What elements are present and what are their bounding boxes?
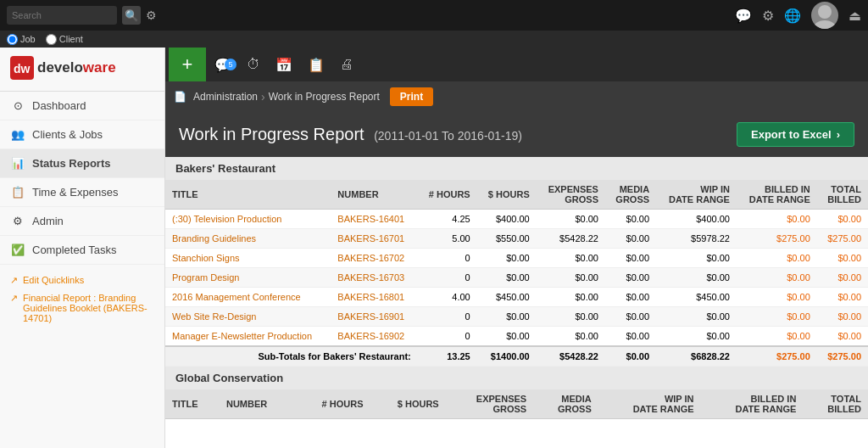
col2-hours: # HOURS — [294, 389, 370, 419]
notification-icon[interactable]: 💬 5 — [208, 57, 238, 73]
row-exp-gross: $0.00 — [537, 288, 605, 307]
subtotal-hours: 13.25 — [418, 346, 477, 367]
row-total: $0.00 — [817, 268, 868, 288]
row-hours: 5.00 — [418, 229, 477, 249]
row-number[interactable]: BAKERS-16801 — [331, 288, 417, 307]
col2-total: TOTALBILLED — [803, 389, 868, 419]
row-billed: $0.00 — [737, 210, 817, 229]
table-header-row-2: TITLE NUMBER # HOURS $ HOURS EXPENSESGRO… — [165, 389, 868, 419]
edit-quicklinks[interactable]: ↗ Edit Quicklinks — [10, 272, 154, 289]
row-number[interactable]: BAKERS-16701 — [331, 229, 417, 249]
quicklink-arrow-icon: ↗ — [10, 293, 18, 304]
filter-button[interactable]: ⚙ — [146, 8, 157, 22]
row-exp-gross: $0.00 — [537, 210, 605, 229]
radio-job-label[interactable]: Job — [7, 34, 36, 45]
row-title[interactable]: Web Site Re-Design — [165, 307, 331, 327]
row-billed: $0.00 — [737, 327, 817, 347]
row-hours: 0 — [418, 307, 477, 327]
row-media-gross: $0.00 — [605, 210, 656, 229]
row-title[interactable]: 2016 Management Conference — [165, 288, 331, 307]
chat-icon[interactable]: 💬 — [735, 8, 752, 24]
row-media-gross: $0.00 — [605, 229, 656, 249]
subtotal-billed: $275.00 — [737, 346, 817, 367]
sidebar-item-time-expenses[interactable]: 📋 Time & Expenses — [0, 178, 164, 207]
row-number[interactable]: BAKERS-16901 — [331, 307, 417, 327]
row-dollar-hours: $0.00 — [477, 327, 537, 347]
row-total: $0.00 — [817, 288, 868, 307]
breadcrumb-sep: › — [261, 90, 265, 104]
row-media-gross: $0.00 — [605, 327, 656, 347]
radio-client-label[interactable]: Client — [46, 34, 83, 45]
clock-icon[interactable]: ⏱ — [240, 57, 267, 72]
svg-point-1 — [813, 20, 837, 29]
quicklink-item-0[interactable]: ↗ Financial Report : Branding Guidelines… — [10, 289, 154, 327]
svg-text:dw: dw — [14, 62, 31, 76]
logout-icon[interactable]: ⏏ — [849, 8, 861, 24]
row-exp-gross: $0.00 — [537, 307, 605, 327]
sidebar-item-dashboard[interactable]: ⊙ Dashboard — [0, 92, 164, 120]
row-billed: $275.00 — [737, 229, 817, 249]
row-title[interactable]: Manager E-Newsletter Production — [165, 327, 331, 347]
subtotal-row: Sub-Totals for Bakers' Restaurant: 13.25… — [165, 346, 868, 367]
breadcrumb-bar: 📄 Administration › Work in Progress Repo… — [165, 81, 868, 112]
sidebar-item-status-reports[interactable]: 📊 Status Reports — [0, 149, 164, 178]
row-title[interactable]: Branding Guidelines — [165, 229, 331, 249]
col2-number: NUMBER — [220, 389, 294, 419]
add-button[interactable]: + — [169, 48, 206, 81]
radio-client[interactable] — [46, 34, 57, 45]
breadcrumb-doc-icon: 📄 — [174, 91, 186, 103]
sidebar-item-clients-jobs[interactable]: 👥 Clients & Jobs — [0, 120, 164, 149]
subtotal-label: Sub-Totals for Bakers' Restaurant: — [165, 346, 418, 367]
col-dollar-hours: $ HOURS — [477, 180, 537, 210]
print-icon[interactable]: 🖨 — [333, 57, 360, 72]
sidebar-item-admin[interactable]: ⚙ Admin — [0, 207, 164, 236]
row-number[interactable]: BAKERS-16401 — [331, 210, 417, 229]
row-hours: 0 — [418, 268, 477, 288]
globe-icon[interactable]: 🌐 — [784, 8, 801, 24]
row-dollar-hours: $0.00 — [477, 268, 537, 288]
quicklinks-section: ↗ Edit Quicklinks ↗ Financial Report : B… — [0, 268, 164, 330]
report-header: Work in Progress Report (2011-01-01 To 2… — [165, 112, 868, 157]
row-media-gross: $0.00 — [605, 307, 656, 327]
table-header-row: TITLE NUMBER # HOURS $ HOURS EXPENSESGRO… — [165, 180, 868, 210]
arrow-icon: ↗ — [10, 275, 18, 286]
table-row: 2016 Management Conference BAKERS-16801 … — [165, 288, 868, 307]
row-hours: 0 — [418, 249, 477, 268]
row-title[interactable]: Program Design — [165, 268, 331, 288]
logo-area: dw develoware — [0, 48, 164, 92]
row-title[interactable]: (:30) Television Production — [165, 210, 331, 229]
row-wip: $0.00 — [656, 249, 737, 268]
sidebar-item-completed-tasks[interactable]: ✅ Completed Tasks — [0, 236, 164, 265]
table-row: (:30) Television Production BAKERS-16401… — [165, 210, 868, 229]
row-number[interactable]: BAKERS-16902 — [331, 327, 417, 347]
subtotal-dollar-hours: $1400.00 — [477, 346, 537, 367]
top-bar: 🔍 ⚙ 💬 ⚙ 🌐 ⏏ — [0, 0, 868, 31]
search-input[interactable] — [7, 6, 117, 25]
time-icon: 📋 — [10, 186, 25, 199]
row-dollar-hours: $400.00 — [477, 210, 537, 229]
radio-job[interactable] — [7, 34, 18, 45]
row-media-gross: $0.00 — [605, 249, 656, 268]
export-button[interactable]: Export to Excel › — [737, 122, 854, 147]
row-wip: $0.00 — [656, 268, 737, 288]
table-icon[interactable]: 📋 — [301, 57, 331, 73]
calendar-icon[interactable]: 📅 — [269, 57, 299, 73]
subtotal-exp-gross: $5428.22 — [537, 346, 605, 367]
group-header-bakers: Bakers' Restaurant — [165, 157, 868, 180]
table-row: Web Site Re-Design BAKERS-16901 0 $0.00 … — [165, 307, 868, 327]
row-title[interactable]: Stanchion Signs — [165, 249, 331, 268]
row-dollar-hours: $0.00 — [477, 249, 537, 268]
settings-icon[interactable]: ⚙ — [762, 8, 774, 24]
row-dollar-hours: $0.00 — [477, 307, 537, 327]
breadcrumb-admin[interactable]: Administration — [193, 91, 258, 103]
row-number[interactable]: BAKERS-16703 — [331, 268, 417, 288]
search-button[interactable]: 🔍 — [122, 6, 141, 25]
avatar[interactable] — [811, 2, 838, 29]
logo-text: develoware — [37, 59, 116, 76]
col-hours: # HOURS — [418, 180, 477, 210]
subtotal-wip: $6828.22 — [656, 346, 737, 367]
row-number[interactable]: BAKERS-16702 — [331, 249, 417, 268]
print-button[interactable]: Print — [390, 87, 433, 106]
row-wip: $400.00 — [656, 210, 737, 229]
row-hours: 0 — [418, 327, 477, 347]
